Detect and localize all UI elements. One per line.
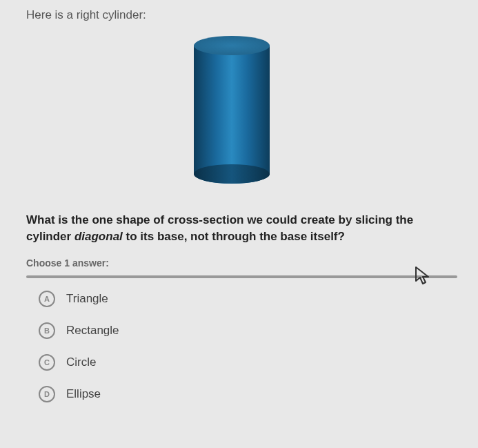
radio-c[interactable]: C	[39, 354, 55, 371]
option-rectangle[interactable]: B Rectangle	[39, 322, 457, 339]
cylinder-shape	[194, 36, 270, 191]
option-label: Ellipse	[66, 387, 101, 401]
question-emphasis: diagonal	[74, 230, 123, 243]
divider-line	[26, 275, 457, 278]
question-text: What is the one shape of cross-section w…	[26, 212, 457, 245]
option-circle[interactable]: C Circle	[39, 354, 457, 371]
radio-letter: A	[44, 295, 50, 303]
intro-text: Here is a right cylinder:	[26, 8, 457, 22]
option-triangle[interactable]: A Triangle	[39, 291, 457, 307]
radio-b[interactable]: B	[39, 322, 55, 339]
options-list: A Triangle B Rectangle C Circle D Ellips…	[26, 291, 457, 402]
cylinder-figure	[26, 36, 457, 191]
choose-instruction: Choose 1 answer:	[26, 257, 457, 269]
radio-letter: B	[44, 327, 50, 335]
option-label: Triangle	[66, 292, 108, 306]
cursor-icon	[415, 266, 431, 285]
question-part-after: to its base, not through the base itself…	[123, 230, 345, 243]
radio-letter: C	[44, 358, 50, 367]
option-label: Circle	[66, 356, 96, 369]
radio-letter: D	[44, 390, 50, 398]
radio-a[interactable]: A	[39, 291, 55, 307]
option-ellipse[interactable]: D Ellipse	[39, 386, 457, 402]
radio-d[interactable]: D	[39, 386, 55, 402]
option-label: Rectangle	[66, 324, 119, 338]
